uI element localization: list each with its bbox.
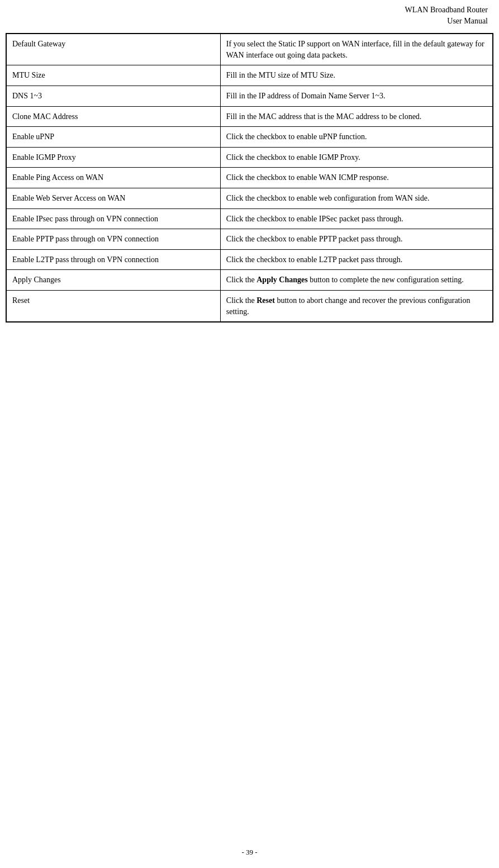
description-cell: If you select the Static IP support on W… xyxy=(220,34,492,65)
page-number: - 39 - xyxy=(241,848,257,856)
term-cell: Enable Ping Access on WAN xyxy=(7,168,221,188)
term-cell: Enable PPTP pass through on VPN connecti… xyxy=(7,229,221,250)
table-row: Default GatewayIf you select the Static … xyxy=(7,34,493,65)
term-cell: Enable IGMP Proxy xyxy=(7,147,221,168)
table-row: Enable Web Server Access on WANClick the… xyxy=(7,188,493,208)
page-header: WLAN Broadband Router User Manual xyxy=(0,0,499,29)
reference-table: Default GatewayIf you select the Static … xyxy=(6,34,493,322)
description-cell: Fill in the MTU size of MTU Size. xyxy=(220,65,492,86)
table-row: Enable PPTP pass through on VPN connecti… xyxy=(7,229,493,250)
page-footer: - 39 - xyxy=(0,848,499,857)
table-row: Clone MAC AddressFill in the MAC address… xyxy=(7,106,493,127)
table-row: Enable L2TP pass through on VPN connecti… xyxy=(7,249,493,270)
main-table-container: Default GatewayIf you select the Static … xyxy=(6,33,493,322)
term-cell: Default Gateway xyxy=(7,34,221,65)
table-row: ResetClick the Reset button to abort cha… xyxy=(7,290,493,321)
term-cell: DNS 1~3 xyxy=(7,86,221,106)
term-cell: Enable uPNP xyxy=(7,127,221,148)
header-line2: User Manual xyxy=(447,17,488,25)
table-row: Apply ChangesClick the Apply Changes but… xyxy=(7,270,493,291)
description-cell: Click the checkbox to enable L2TP packet… xyxy=(220,249,492,270)
term-cell: Enable L2TP pass through on VPN connecti… xyxy=(7,249,221,270)
term-cell: MTU Size xyxy=(7,65,221,86)
table-row: DNS 1~3Fill in the IP address of Domain … xyxy=(7,86,493,106)
term-cell: Apply Changes xyxy=(7,270,221,291)
description-cell: Fill in the IP address of Domain Name Se… xyxy=(220,86,492,106)
term-cell: Enable IPsec pass through on VPN connect… xyxy=(7,208,221,229)
table-row: Enable IPsec pass through on VPN connect… xyxy=(7,208,493,229)
description-cell: Click the Reset button to abort change a… xyxy=(220,290,492,321)
term-cell: Clone MAC Address xyxy=(7,106,221,127)
description-cell: Click the checkbox to enable IGMP Proxy. xyxy=(220,147,492,168)
description-cell: Click the checkbox to enable web configu… xyxy=(220,188,492,208)
description-cell: Click the checkbox to enable PPTP packet… xyxy=(220,229,492,250)
description-cell: Click the checkbox to enable uPNP functi… xyxy=(220,127,492,148)
description-cell: Click the checkbox to enable IPSec packe… xyxy=(220,208,492,229)
header-line1: WLAN Broadband Router xyxy=(405,6,488,14)
description-cell: Click the checkbox to enable WAN ICMP re… xyxy=(220,168,492,188)
table-row: Enable Ping Access on WANClick the check… xyxy=(7,168,493,188)
table-row: MTU SizeFill in the MTU size of MTU Size… xyxy=(7,65,493,86)
table-row: Enable IGMP ProxyClick the checkbox to e… xyxy=(7,147,493,168)
table-row: Enable uPNPClick the checkbox to enable … xyxy=(7,127,493,148)
description-cell: Click the Apply Changes button to comple… xyxy=(220,270,492,291)
description-cell: Fill in the MAC address that is the MAC … xyxy=(220,106,492,127)
term-cell: Reset xyxy=(7,290,221,321)
term-cell: Enable Web Server Access on WAN xyxy=(7,188,221,208)
